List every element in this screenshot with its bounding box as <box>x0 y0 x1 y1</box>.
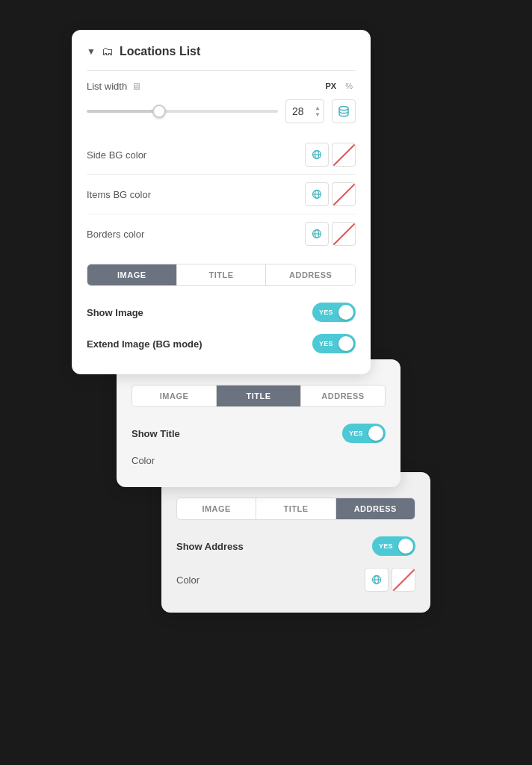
monitor-icon: 🖥 <box>132 81 141 92</box>
panel-title: Locations List <box>120 45 200 58</box>
show-image-label: Show Image <box>87 307 143 318</box>
title-color-label: Color <box>132 455 155 466</box>
items-bg-color-row: Items BG color <box>87 175 356 214</box>
unit-buttons: PX % <box>323 80 356 92</box>
title-panel-tab-image[interactable]: IMAGE <box>132 385 217 406</box>
list-width-slider-row: 28 ▲ ▼ <box>87 99 356 123</box>
show-address-toggle[interactable]: YES <box>372 536 415 556</box>
show-image-toggle-label: YES <box>319 309 333 316</box>
items-bg-color-controls <box>305 182 356 206</box>
side-bg-color-controls <box>305 143 356 167</box>
tab-image[interactable]: IMAGE <box>87 264 177 285</box>
px-unit-button[interactable]: PX <box>323 80 340 92</box>
address-color-label: Color <box>176 574 200 586</box>
items-bg-color-label: Items BG color <box>87 189 151 200</box>
tab-title[interactable]: TITLE <box>177 264 267 285</box>
side-bg-color-label: Side BG color <box>87 149 146 161</box>
show-title-label: Show Title <box>132 428 180 439</box>
show-title-row: Show Title YES <box>132 418 386 449</box>
width-stepper[interactable]: ▲ ▼ <box>315 105 321 118</box>
show-address-row: Show Address YES <box>176 530 415 562</box>
extend-image-label: Extend Image (BG mode) <box>87 338 202 350</box>
side-bg-slash-button[interactable] <box>332 143 356 167</box>
items-bg-globe-button[interactable] <box>305 182 329 206</box>
panel-header: ▼ 🗂 Locations List <box>87 45 356 58</box>
width-number-input[interactable]: 28 ▲ ▼ <box>285 99 324 123</box>
extend-image-row: Extend Image (BG mode) YES <box>87 328 356 359</box>
borders-color-controls <box>305 222 356 246</box>
tab-address[interactable]: ADDRESS <box>266 264 355 285</box>
show-title-toggle-knob <box>368 426 383 441</box>
extend-image-toggle[interactable]: YES <box>312 334 356 353</box>
address-color-controls <box>365 568 415 592</box>
header-divider <box>87 70 356 71</box>
address-panel-tab-title[interactable]: TITLE <box>256 498 335 519</box>
image-title-address-tabs: IMAGE TITLE ADDRESS <box>87 264 356 286</box>
list-width-row: List width 🖥 PX % <box>87 80 356 92</box>
address-panel-tab-image[interactable]: IMAGE <box>177 498 256 519</box>
collapse-chevron-icon[interactable]: ▼ <box>87 46 96 57</box>
borders-color-row: Borders color <box>87 214 356 253</box>
stepper-down-icon[interactable]: ▼ <box>315 112 321 118</box>
width-value: 28 <box>292 105 304 117</box>
svg-point-0 <box>339 107 348 111</box>
address-color-row: Color <box>176 562 415 598</box>
show-address-toggle-knob <box>398 539 413 554</box>
address-slash-button[interactable] <box>392 568 415 592</box>
borders-color-label: Borders color <box>87 229 144 240</box>
title-color-row: Color <box>132 449 386 472</box>
items-bg-slash-button[interactable] <box>332 182 356 206</box>
show-address-toggle-label: YES <box>379 542 393 550</box>
title-tab-panel: IMAGE TITLE ADDRESS Show Title YES Color <box>117 359 400 487</box>
list-width-text: List width <box>87 81 127 92</box>
show-title-toggle[interactable]: YES <box>342 424 386 443</box>
db-icon-button[interactable] <box>332 99 356 123</box>
stepper-up-icon[interactable]: ▲ <box>315 105 321 111</box>
extend-image-toggle-knob <box>338 336 353 351</box>
address-globe-button[interactable] <box>365 568 389 592</box>
pct-unit-button[interactable]: % <box>342 80 356 92</box>
extend-image-toggle-label: YES <box>319 340 333 347</box>
show-image-toggle-knob <box>338 305 353 320</box>
title-panel-tab-title[interactable]: TITLE <box>217 385 301 406</box>
title-panel-tabs: IMAGE TITLE ADDRESS <box>132 385 386 407</box>
borders-slash-button[interactable] <box>332 222 356 246</box>
locations-list-panel: ▼ 🗂 Locations List List width 🖥 PX % 28 <box>72 30 371 374</box>
show-address-label: Show Address <box>176 541 244 552</box>
borders-globe-button[interactable] <box>305 222 329 246</box>
show-image-row: Show Image YES <box>87 297 356 328</box>
side-bg-color-row: Side BG color <box>87 135 356 175</box>
width-slider-track[interactable] <box>87 110 278 113</box>
title-panel-tab-address[interactable]: ADDRESS <box>301 385 385 406</box>
width-slider-thumb[interactable] <box>152 105 166 118</box>
list-panel-icon: 🗂 <box>102 45 114 58</box>
address-tab-panel: IMAGE TITLE ADDRESS Show Address YES Col… <box>161 472 430 613</box>
list-width-label: List width 🖥 <box>87 81 141 92</box>
show-title-toggle-label: YES <box>349 430 363 437</box>
show-image-toggle[interactable]: YES <box>312 303 356 322</box>
address-panel-tab-address[interactable]: ADDRESS <box>336 498 415 519</box>
address-panel-tabs: IMAGE TITLE ADDRESS <box>176 498 415 520</box>
side-bg-globe-button[interactable] <box>305 143 329 167</box>
